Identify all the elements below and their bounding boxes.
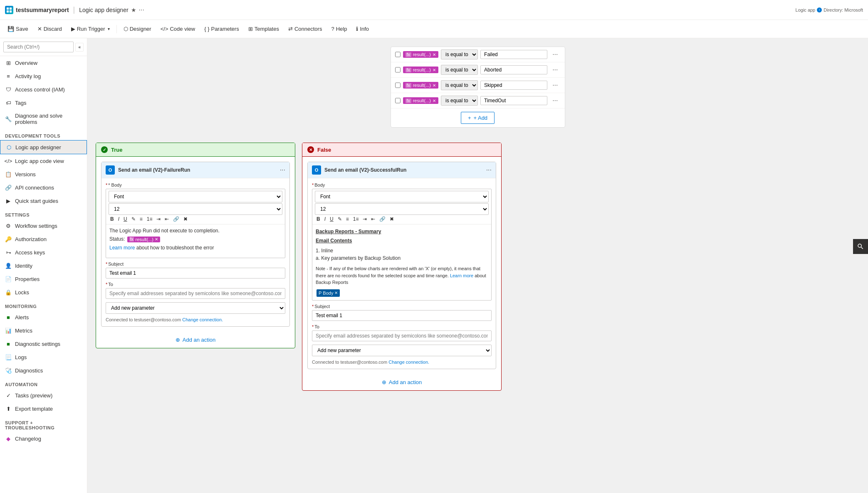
sidebar-item-code-view[interactable]: </> Logic app code view	[0, 154, 87, 168]
condition-more-2[interactable]: ···	[550, 81, 560, 90]
success-clear-format-button[interactable]: ✖	[388, 216, 396, 222]
success-ordered-list-button[interactable]: 1≡	[351, 216, 361, 222]
sidebar-item-alerts[interactable]: ■ Alerts	[0, 311, 87, 324]
condition-checkbox-3[interactable]	[395, 98, 401, 104]
success-to-input[interactable]	[312, 330, 492, 341]
condition-checkbox-0[interactable]	[395, 52, 401, 57]
condition-value-2[interactable]	[480, 81, 547, 90]
condition-checkbox-2[interactable]	[395, 82, 401, 88]
sidebar-item-overview[interactable]: ⊞ Overview	[0, 56, 87, 69]
success-link-button[interactable]: 🔗	[378, 216, 387, 222]
success-email-card-more-button[interactable]: ···	[486, 166, 492, 174]
success-rich-text-area[interactable]: Font 12 B I U ✎ ≡ 1≡ ⇥ ⇤	[312, 189, 492, 301]
failure-to-input[interactable]	[106, 288, 285, 299]
sidebar-item-tags[interactable]: 🏷 Tags	[0, 96, 87, 109]
failure-rich-content[interactable]: The Logic App Run did not execute to com…	[106, 224, 285, 258]
sidebar-item-activity-log[interactable]: ≡ Activity log	[0, 69, 87, 83]
failure-add-action-button[interactable]: ⊕ Add an action	[96, 332, 295, 348]
condition-more-3[interactable]: ···	[550, 96, 560, 105]
success-subject-input[interactable]	[312, 310, 492, 321]
italic-button[interactable]: I	[116, 216, 121, 222]
code-view-button[interactable]: </> Code view	[156, 23, 200, 35]
chip-remove-1[interactable]: ✕	[433, 68, 436, 72]
sidebar-item-metrics[interactable]: 📊 Metrics	[0, 324, 87, 337]
sidebar-collapse-button[interactable]: «	[75, 43, 84, 52]
condition-more-0[interactable]: ···	[550, 50, 560, 59]
condition-operator-0[interactable]: is equal to	[441, 49, 478, 59]
sidebar-item-logic-app-designer[interactable]: ⬡ Logic app designer	[0, 140, 87, 154]
failure-email-card-more-button[interactable]: ···	[280, 166, 285, 174]
sidebar-item-api-connections[interactable]: 🔗 API connections	[0, 181, 87, 194]
help-button[interactable]: ? Help	[327, 23, 351, 35]
sidebar-item-diagnose[interactable]: 🔧 Diagnose and solve problems	[0, 109, 87, 128]
success-change-connection-link[interactable]: Change connection.	[388, 360, 429, 365]
success-learn-more-link[interactable]: Learn more	[450, 273, 473, 278]
chip-remove-3[interactable]: ✕	[433, 99, 436, 103]
search-input[interactable]	[3, 42, 74, 52]
info-button[interactable]: ℹ Info	[352, 23, 373, 35]
more-options-button[interactable]: ···	[139, 6, 144, 14]
sidebar-item-diagnostics[interactable]: 🩺 Diagnostics	[0, 364, 87, 377]
sidebar-item-export-template[interactable]: ⬆ Export template	[0, 402, 87, 415]
sidebar-item-locks[interactable]: 🔒 Locks	[0, 286, 87, 299]
connectors-button[interactable]: ⇄ Connectors	[284, 23, 326, 35]
sidebar-item-diagnostic-settings[interactable]: ■ Diagnostic settings	[0, 337, 87, 350]
bold-button[interactable]: B	[109, 216, 116, 222]
success-rich-content[interactable]: Backup Reports - Summary Email Contents …	[312, 224, 491, 300]
designer-button[interactable]: ⬡ Designer	[119, 23, 156, 35]
sidebar-item-logs[interactable]: 📃 Logs	[0, 350, 87, 364]
success-add-param-select[interactable]: Add new parameter	[312, 345, 492, 356]
body-chip-remove[interactable]: ✕	[334, 290, 338, 296]
link-button[interactable]: 🔗	[171, 216, 181, 222]
clear-format-button[interactable]: ✖	[182, 216, 189, 222]
sidebar-item-versions[interactable]: 📋 Versions	[0, 168, 87, 181]
font-size-select[interactable]: 12	[109, 203, 282, 215]
failure-add-param-select[interactable]: Add new parameter	[106, 302, 285, 314]
discard-button[interactable]: ✕ Discard	[33, 23, 66, 35]
success-font-select[interactable]: Font	[315, 191, 489, 202]
underline-button[interactable]: U	[122, 216, 129, 222]
success-font-size-select[interactable]: 12	[315, 203, 489, 215]
failure-learn-more-link[interactable]: Learn more	[109, 245, 135, 251]
condition-value-3[interactable]	[480, 96, 547, 105]
success-underline-button[interactable]: U	[328, 216, 335, 222]
condition-checkbox-1[interactable]	[395, 67, 401, 73]
save-button[interactable]: 💾 Save	[3, 23, 32, 35]
chip-remove-0[interactable]: ✕	[433, 52, 436, 57]
sidebar-item-access-control[interactable]: 🛡 Access control (IAM)	[0, 83, 87, 96]
sidebar-item-quick-start[interactable]: ▶ Quick start guides	[0, 194, 87, 207]
success-bold-button[interactable]: B	[315, 216, 322, 222]
templates-button[interactable]: ⊞ Templates	[244, 23, 283, 35]
success-pencil-button[interactable]: ✎	[336, 216, 344, 222]
success-italic-button[interactable]: I	[323, 216, 327, 222]
condition-more-1[interactable]: ···	[550, 65, 560, 74]
success-add-action-button[interactable]: ⊕ Add an action	[302, 374, 501, 390]
ordered-list-button[interactable]: 1≡	[145, 216, 154, 222]
success-bullet-list-button[interactable]: ≡	[344, 216, 351, 222]
run-trigger-button[interactable]: ▶ Run Trigger	[67, 23, 114, 35]
outdent-button[interactable]: ⇤	[163, 216, 171, 222]
sidebar-item-tasks-preview[interactable]: ✓ Tasks (preview)	[0, 389, 87, 402]
sidebar-item-identity[interactable]: 👤 Identity	[0, 259, 87, 272]
condition-operator-3[interactable]: is equal to	[441, 96, 478, 106]
font-select[interactable]: Font	[109, 191, 282, 202]
sidebar-item-access-keys[interactable]: 🗝 Access keys	[0, 246, 87, 259]
condition-operator-1[interactable]: is equal to	[441, 65, 478, 75]
chip-result-remove[interactable]: ✕	[155, 237, 158, 242]
success-indent-button[interactable]: ⇥	[361, 216, 368, 222]
failure-subject-input[interactable]	[106, 268, 285, 279]
sidebar-item-authorization[interactable]: 🔑 Authorization	[0, 232, 87, 246]
sidebar-item-workflow-settings[interactable]: ⚙ Workflow settings	[0, 219, 87, 232]
pencil-button[interactable]: ✎	[130, 216, 137, 222]
sidebar-item-properties[interactable]: 📄 Properties	[0, 272, 87, 286]
condition-value-0[interactable]	[480, 50, 547, 59]
chip-remove-2[interactable]: ✕	[433, 83, 436, 88]
indent-button[interactable]: ⇥	[155, 216, 162, 222]
add-condition-button[interactable]: + + Add	[461, 112, 495, 124]
parameters-button[interactable]: { } Parameters	[200, 23, 243, 35]
bullet-list-button[interactable]: ≡	[138, 216, 144, 222]
favorite-button[interactable]: ★	[131, 7, 136, 13]
condition-operator-2[interactable]: is equal to	[441, 80, 478, 90]
search-corner-button[interactable]	[853, 239, 868, 254]
success-outdent-button[interactable]: ⇤	[369, 216, 377, 222]
